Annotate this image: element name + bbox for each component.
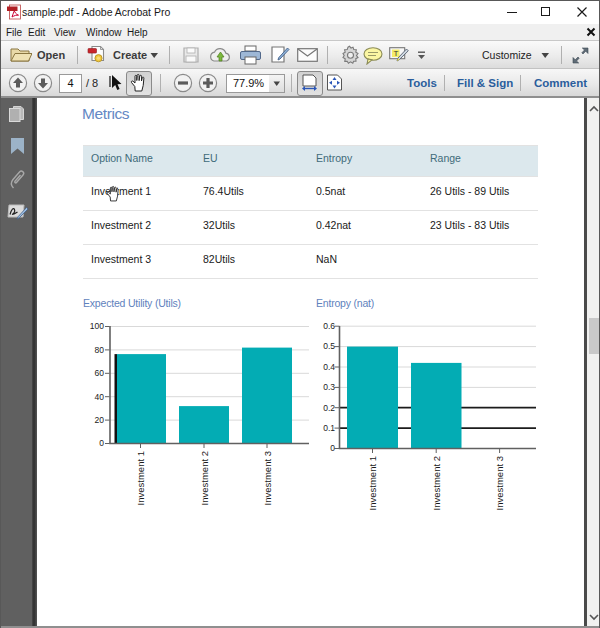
svg-text:Investment 2: Investment 2 (431, 456, 442, 510)
svg-text:100: 100 (90, 321, 104, 331)
svg-text:Investment 1: Investment 1 (367, 456, 378, 510)
svg-text:T: T (394, 49, 399, 58)
svg-text:0.1: 0.1 (323, 423, 335, 433)
svg-text:60: 60 (95, 368, 105, 378)
svg-text:0: 0 (330, 443, 335, 453)
svg-text:20: 20 (95, 415, 105, 425)
svg-text:Investment 1: Investment 1 (135, 451, 146, 505)
svg-text:0: 0 (99, 438, 104, 448)
svg-text:80: 80 (95, 345, 105, 355)
svg-text:0.5: 0.5 (323, 341, 335, 351)
svg-text:Investment 2: Investment 2 (199, 451, 210, 505)
svg-text:0.3: 0.3 (323, 382, 335, 392)
svg-text:Investment 3: Investment 3 (494, 456, 505, 510)
svg-text:40: 40 (95, 392, 105, 402)
svg-text:0.4: 0.4 (323, 362, 335, 372)
svg-text:Investment 3: Investment 3 (262, 451, 273, 505)
svg-text:0.6: 0.6 (323, 321, 335, 331)
svg-text:0.2: 0.2 (323, 403, 335, 413)
